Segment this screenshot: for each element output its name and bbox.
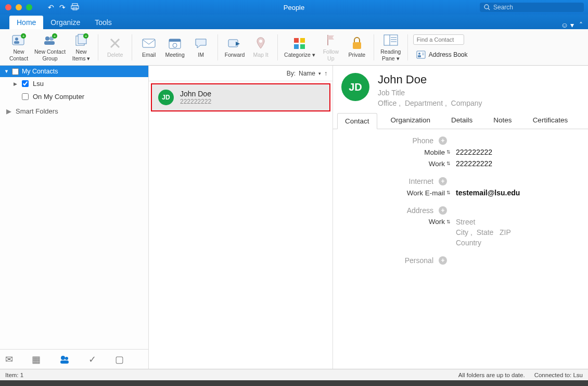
- svg-text:+: +: [54, 34, 56, 39]
- close-window-button[interactable]: [5, 4, 11, 10]
- sync-status: All folders are up to date.: [458, 372, 525, 378]
- tab-certificates[interactable]: Certificates: [526, 113, 576, 129]
- svg-point-26: [259, 40, 262, 43]
- search-box[interactable]: [480, 3, 584, 12]
- map-pin-icon: [253, 36, 269, 51]
- feedback-icon[interactable]: ☺ ▾: [561, 21, 574, 29]
- work-phone-value[interactable]: 222222222: [456, 159, 492, 168]
- print-icon[interactable]: [71, 3, 79, 11]
- state-field[interactable]: State: [477, 228, 494, 236]
- delete-button[interactable]: Delete: [104, 35, 126, 59]
- work-address-label[interactable]: Work⇅: [341, 218, 456, 226]
- company-field[interactable]: Company: [451, 99, 482, 107]
- im-button[interactable]: IM: [189, 35, 212, 59]
- undo-icon[interactable]: ↶: [48, 3, 54, 11]
- add-personal-button[interactable]: +: [439, 256, 447, 265]
- redo-icon[interactable]: ↷: [59, 3, 66, 11]
- new-contact-group-icon: +: [42, 33, 58, 47]
- forward-button[interactable]: Forward: [223, 35, 246, 59]
- mobile-phone-value[interactable]: 222222222: [456, 148, 492, 156]
- svg-point-10: [45, 36, 49, 41]
- on-my-computer-label: On My Computer: [33, 93, 84, 101]
- collapse-ribbon-icon[interactable]: ˄: [579, 21, 583, 29]
- job-title-field[interactable]: Job Title: [378, 89, 482, 97]
- tab-home[interactable]: Home: [9, 16, 43, 29]
- address-book-button[interactable]: Address Book: [413, 49, 471, 60]
- reading-pane-button[interactable]: Reading Pane ▾: [379, 32, 402, 62]
- email-button[interactable]: Email: [137, 35, 160, 59]
- calendar-view-icon[interactable]: ▦: [30, 352, 43, 367]
- nav-item-on-my-computer[interactable]: On My Computer: [0, 90, 148, 103]
- svg-rect-21: [143, 39, 155, 47]
- nav-my-contacts[interactable]: ▼ My Contacts: [0, 66, 148, 77]
- new-items-button[interactable]: + New Items ▾: [70, 32, 93, 62]
- categorize-icon: [292, 36, 308, 51]
- meeting-button[interactable]: Meeting: [163, 35, 186, 59]
- minimize-window-button[interactable]: [16, 4, 22, 10]
- my-contacts-checkbox[interactable]: [12, 68, 19, 75]
- find-contact-input[interactable]: [413, 34, 464, 45]
- add-phone-button[interactable]: +: [439, 136, 447, 145]
- tab-details[interactable]: Details: [444, 113, 480, 129]
- contact-subtext: 222222222: [180, 98, 211, 105]
- tab-organize[interactable]: Organize: [43, 16, 87, 29]
- svg-text:+: +: [85, 34, 87, 39]
- lock-icon: [349, 36, 365, 51]
- smart-folders-label: Smart Folders: [16, 107, 58, 115]
- private-button[interactable]: Private: [346, 35, 368, 59]
- detail-name[interactable]: John Doe: [378, 73, 482, 86]
- categorize-button[interactable]: Categorize ▾: [283, 35, 316, 59]
- im-icon: [193, 36, 209, 51]
- forward-icon: [227, 36, 242, 51]
- nav-pane: ▼ My Contacts ▶ Lsu On My Computer ▶ Sma…: [0, 66, 149, 369]
- people-view-icon[interactable]: [57, 353, 72, 366]
- add-internet-button[interactable]: +: [439, 177, 447, 185]
- street-field[interactable]: Street: [456, 218, 511, 226]
- email-icon: [141, 36, 157, 51]
- new-contact-group-button[interactable]: + New Contact Group: [33, 32, 67, 62]
- country-field[interactable]: Country: [456, 239, 511, 247]
- titlebar: ↶ ↷ People: [0, 0, 588, 15]
- tab-contact[interactable]: Contact: [337, 113, 377, 129]
- lsu-checkbox[interactable]: [22, 80, 29, 87]
- detail-tabs: Contact Organization Details Notes Certi…: [333, 113, 588, 129]
- zoom-window-button[interactable]: [26, 4, 32, 10]
- mobile-phone-label[interactable]: Mobile⇅: [341, 148, 456, 156]
- on-my-computer-checkbox[interactable]: [22, 93, 29, 100]
- svg-text:+: +: [22, 34, 25, 39]
- svg-rect-30: [300, 44, 305, 49]
- contact-list-item[interactable]: JD John Doe 222222222: [151, 83, 330, 111]
- svg-rect-7: [14, 41, 19, 44]
- nav-item-lsu[interactable]: ▶ Lsu: [0, 77, 148, 90]
- work-email-value[interactable]: testemail@lsu.edu: [456, 189, 520, 197]
- window-controls: [0, 4, 32, 10]
- new-items-icon: +: [73, 33, 89, 47]
- chevron-right-icon: ▶: [14, 81, 18, 86]
- tab-organization[interactable]: Organization: [384, 113, 438, 129]
- work-phone-label[interactable]: Work⇅: [341, 160, 456, 168]
- mail-view-icon[interactable]: ✉: [3, 352, 15, 367]
- view-switcher: ✉ ▦ ✓ ▢: [0, 349, 148, 369]
- zip-field[interactable]: ZIP: [500, 228, 511, 236]
- address-book-label: Address Book: [429, 51, 468, 58]
- tasks-view-icon[interactable]: ✓: [86, 352, 98, 367]
- ribbon-tabs: Home Organize Tools ☺ ▾ ˄: [0, 15, 588, 29]
- new-contact-button[interactable]: + New Contact: [7, 32, 30, 62]
- sort-bar[interactable]: By: Name ▾ ↑: [149, 66, 333, 81]
- nav-smart-folders[interactable]: ▶ Smart Folders: [0, 103, 148, 118]
- chevron-down-icon[interactable]: ▾: [318, 71, 321, 76]
- tab-notes[interactable]: Notes: [486, 113, 519, 129]
- follow-up-button[interactable]: Follow Up: [319, 32, 342, 62]
- sort-ascending-icon[interactable]: ↑: [324, 70, 327, 77]
- add-address-button[interactable]: +: [439, 206, 447, 215]
- search-input[interactable]: [493, 4, 580, 11]
- city-field[interactable]: City: [456, 228, 468, 236]
- map-it-button[interactable]: Map It: [249, 35, 272, 59]
- sort-field[interactable]: Name: [299, 70, 315, 77]
- office-field[interactable]: Office: [378, 99, 397, 107]
- work-email-label[interactable]: Work E-mail⇅: [341, 189, 456, 197]
- svg-line-4: [488, 8, 490, 10]
- tab-tools[interactable]: Tools: [87, 16, 119, 29]
- department-field[interactable]: Department: [405, 99, 443, 107]
- notes-view-icon[interactable]: ▢: [113, 352, 126, 367]
